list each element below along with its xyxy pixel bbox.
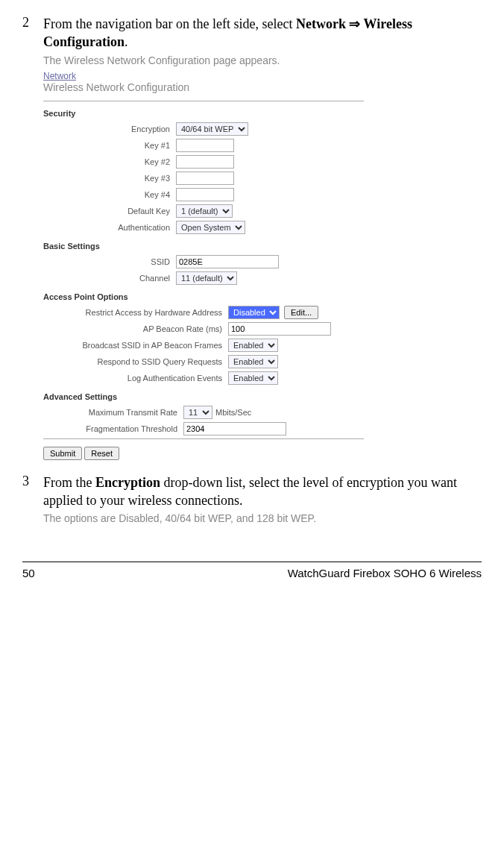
auth-row: Authentication Open System [43,221,364,234]
broadcast-select[interactable]: Enabled [228,339,278,352]
respond-select[interactable]: Enabled [228,355,278,368]
key1-input[interactable] [176,139,234,152]
step-2-text-after: . [125,34,128,49]
ssid-row: SSID [43,255,364,268]
log-row: Log Authentication Events Enabled [43,371,364,385]
maxrate-row: Maximum Transmit Rate 11 Mbits/Sec [43,406,364,419]
step-3-body: From the Encryption drop-down list, sele… [43,474,482,510]
respond-label: Respond to SSID Query Requests [43,357,228,366]
channel-row: Channel 11 (default) [43,271,364,285]
breadcrumb-network[interactable]: Network [43,71,364,81]
reset-button[interactable]: Reset [84,447,119,460]
screenshot-title: Wireless Network Configuration [43,81,364,93]
step-2-caption: The Wireless Network Configuration page … [43,54,482,66]
maxrate-select[interactable]: 11 [183,406,212,419]
key3-input[interactable] [176,172,234,185]
respond-row: Respond to SSID Query Requests Enabled [43,355,364,368]
restrict-row: Restrict Access by Hardware Address Disa… [43,306,364,319]
key4-label: Key #4 [43,190,176,199]
page-number: 50 [22,567,35,579]
beacon-row: AP Beacon Rate (ms) [43,322,364,336]
footer-title: WatchGuard Firebox SOHO 6 Wireless [288,567,482,579]
key1-label: Key #1 [43,141,176,150]
page-footer: 50 WatchGuard Firebox SOHO 6 Wireless [22,562,482,579]
divider [43,101,364,101]
restrict-label: Restrict Access by Hardware Address [43,308,228,317]
log-select[interactable]: Enabled [228,371,278,385]
channel-select[interactable]: 11 (default) [176,271,237,285]
config-screenshot: Network Wireless Network Configuration S… [43,71,364,460]
key3-row: Key #3 [43,172,364,185]
key4-row: Key #4 [43,188,364,201]
auth-select[interactable]: Open System [176,221,245,234]
auth-label: Authentication [43,223,176,232]
restrict-select[interactable]: Disabled [228,306,280,319]
key2-label: Key #2 [43,157,176,166]
edit-button[interactable]: Edit... [284,306,318,319]
defaultkey-label: Default Key [43,207,176,216]
key1-row: Key #1 [43,139,364,152]
step-3-caption: The options are Disabled, 40/64 bit WEP,… [43,512,482,524]
encryption-row: Encryption 40/64 bit WEP [43,122,364,136]
key2-input[interactable] [176,155,234,169]
log-label: Log Authentication Events [43,374,228,383]
maxrate-label: Maximum Transmit Rate [43,408,183,417]
submit-button[interactable]: Submit [43,447,82,460]
frag-input[interactable] [183,422,286,435]
step-3-number: 3 [22,474,43,510]
frag-row: Fragmentation Threshold [43,422,364,435]
ssid-input[interactable] [176,255,279,268]
broadcast-row: Broadcast SSID in AP Beacon Frames Enabl… [43,339,364,352]
encryption-select[interactable]: 40/64 bit WEP [176,122,248,136]
beacon-label: AP Beacon Rate (ms) [43,324,228,333]
divider-bottom [43,438,364,439]
ssid-label: SSID [43,257,176,266]
beacon-input[interactable] [228,322,331,336]
channel-label: Channel [43,274,176,283]
key2-row: Key #2 [43,155,364,169]
security-heading: Security [43,109,364,118]
step-3-bold: Encryption [95,475,160,490]
key4-input[interactable] [176,188,234,201]
step-2: 2 From the navigation bar on the left si… [22,15,482,51]
submit-row: Submit Reset [43,447,364,460]
frag-label: Fragmentation Threshold [43,424,183,433]
defaultkey-row: Default Key 1 (default) [43,204,364,218]
encryption-label: Encryption [43,125,176,133]
basic-heading: Basic Settings [43,242,364,251]
advanced-heading: Advanced Settings [43,392,364,401]
step-2-number: 2 [22,15,43,51]
step-2-body: From the navigation bar on the left side… [43,15,482,51]
defaultkey-select[interactable]: 1 (default) [176,204,233,218]
step-2-text-before: From the navigation bar on the left side… [43,16,296,31]
step-3-text-before: From the [43,475,95,490]
key3-label: Key #3 [43,174,176,183]
broadcast-label: Broadcast SSID in AP Beacon Frames [43,341,228,350]
step-3: 3 From the Encryption drop-down list, se… [22,474,482,510]
ap-heading: Access Point Options [43,292,364,301]
maxrate-unit: Mbits/Sec [215,408,251,417]
